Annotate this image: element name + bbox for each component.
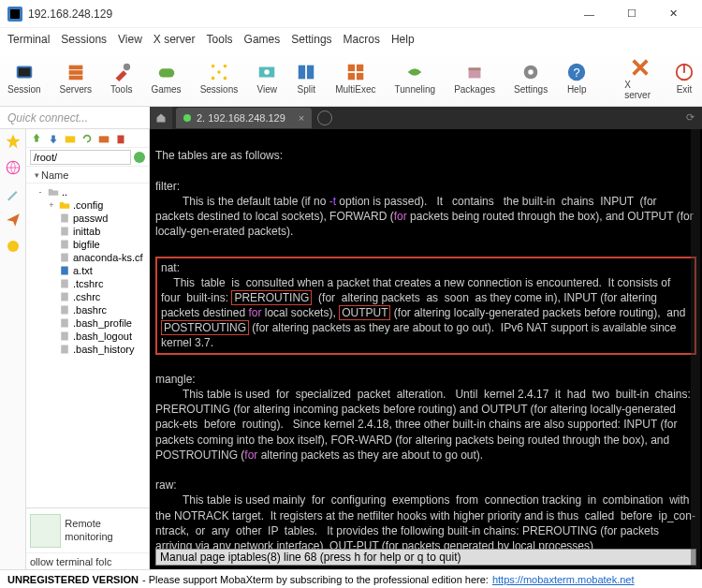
- tree-expand-icon[interactable]: +: [47, 200, 56, 210]
- svg-rect-40: [61, 280, 68, 288]
- sftp-name-header[interactable]: ▾ Name: [26, 167, 149, 184]
- quickconnect-input[interactable]: Quick connect...: [0, 111, 150, 125]
- sftp-tree-item[interactable]: a.txt: [28, 264, 147, 277]
- menu-xserver[interactable]: X server: [154, 33, 196, 46]
- tab-home[interactable]: [150, 107, 172, 129]
- circle-icon[interactable]: [5, 238, 22, 255]
- toolbar-sessions[interactable]: Sessions: [200, 62, 239, 95]
- follow-terminal-folder[interactable]: ollow terminal folc: [26, 552, 149, 569]
- sftp-tree-item[interactable]: .cshrc: [28, 290, 147, 303]
- menu-settings[interactable]: Settings: [291, 33, 331, 46]
- svg-rect-6: [68, 76, 82, 81]
- svg-rect-5: [68, 70, 82, 75]
- toolbar-tools[interactable]: Tools: [110, 62, 132, 95]
- folder-icon: [59, 199, 70, 211]
- menubar: Terminal Sessions View X server Tools Ga…: [0, 28, 702, 51]
- sftp-tree-item[interactable]: anaconda-ks.cf: [28, 251, 147, 264]
- term-line: (for altering locally-generated packets …: [390, 306, 688, 319]
- svg-rect-33: [99, 136, 110, 142]
- statusbar: UNREGISTERED VERSION - Please support Mo…: [0, 569, 702, 588]
- tab-refresh-icon[interactable]: ⟳: [686, 111, 695, 124]
- term-line: local sockets),: [261, 306, 339, 319]
- toolbar-servers[interactable]: Servers: [60, 62, 92, 95]
- sftp-tree-item[interactable]: .bashrc: [28, 303, 147, 316]
- sftp-tree-item[interactable]: bigfile: [28, 238, 147, 251]
- remote-monitoring[interactable]: Remote monitoring: [26, 507, 149, 552]
- svg-rect-43: [61, 319, 68, 328]
- sftp-tree-item[interactable]: .tcshrc: [28, 277, 147, 290]
- download-icon[interactable]: [47, 132, 60, 145]
- terminal-tab-active[interactable]: 2. 192.168.248.129 ×: [176, 108, 312, 128]
- file-icon: [59, 331, 70, 342]
- sftp-tree-item[interactable]: .bash_logout: [28, 330, 147, 343]
- newfolder-icon[interactable]: [97, 132, 110, 145]
- wand-icon[interactable]: [5, 185, 22, 202]
- terminal-scrollbar[interactable]: [691, 129, 700, 569]
- menu-view[interactable]: View: [118, 33, 142, 46]
- globe-icon[interactable]: [5, 159, 22, 176]
- tree-collapse-icon[interactable]: ▾: [32, 170, 41, 180]
- svg-rect-3: [18, 67, 30, 76]
- tab-label: 2. 192.168.248.129: [197, 112, 285, 124]
- toolbar-multiexec[interactable]: MultiExec: [335, 62, 375, 95]
- toolbar-view[interactable]: View: [256, 62, 277, 95]
- sftp-tree[interactable]: -..+.configpasswdinittabbigfileanaconda-…: [26, 184, 149, 507]
- minimize-button[interactable]: —: [568, 1, 610, 27]
- sftp-tree-item[interactable]: passwd: [28, 212, 147, 225]
- menu-terminal[interactable]: Terminal: [7, 33, 50, 46]
- maximize-button[interactable]: ☐: [610, 1, 652, 27]
- folder-icon[interactable]: [64, 132, 77, 145]
- svg-rect-39: [61, 267, 68, 275]
- refresh-icon[interactable]: [80, 132, 94, 145]
- menu-games[interactable]: Games: [244, 33, 281, 46]
- toolbar-settings[interactable]: Settings: [514, 62, 548, 95]
- delete-icon[interactable]: [114, 132, 127, 145]
- toolbar-packages[interactable]: Packages: [454, 62, 495, 95]
- term-option: -t: [329, 195, 336, 208]
- send-icon[interactable]: [5, 212, 22, 228]
- xserver-icon: [630, 57, 651, 78]
- menu-sessions[interactable]: Sessions: [61, 33, 107, 46]
- menu-macros[interactable]: Macros: [344, 33, 380, 46]
- tree-expand-icon[interactable]: -: [36, 187, 45, 197]
- menu-tools[interactable]: Tools: [207, 33, 233, 46]
- svg-rect-37: [61, 241, 68, 249]
- file-icon: [59, 252, 70, 263]
- toolbar-help[interactable]: ?Help: [566, 62, 587, 95]
- tab-close-icon[interactable]: ×: [299, 112, 304, 124]
- tree-item-label: inittab: [73, 226, 100, 237]
- svg-point-10: [212, 65, 215, 68]
- svg-point-15: [264, 69, 270, 75]
- menu-help[interactable]: Help: [391, 33, 415, 46]
- sftp-tree-item[interactable]: -..: [28, 185, 147, 198]
- upload-icon[interactable]: [30, 132, 43, 145]
- svg-rect-35: [61, 214, 68, 223]
- nat-highlight-box: nat: This table is consulted when a pack…: [155, 257, 696, 355]
- view-icon: [256, 62, 277, 82]
- toolbar-split[interactable]: Split: [296, 62, 316, 95]
- toolbar-tunneling[interactable]: Tunneling: [395, 62, 436, 95]
- close-button[interactable]: ✕: [652, 1, 695, 27]
- file-icon: [59, 344, 70, 355]
- toolbar-session[interactable]: Session: [7, 62, 41, 95]
- sftp-tree-item[interactable]: +.config: [28, 198, 147, 212]
- new-tab-button[interactable]: [317, 110, 332, 125]
- sftp-path-input[interactable]: /root/: [30, 150, 131, 165]
- toolbar-games[interactable]: Games: [151, 62, 181, 95]
- svg-point-11: [223, 65, 227, 68]
- svg-rect-44: [61, 332, 68, 341]
- games-icon: [156, 62, 177, 82]
- toolbar-exit[interactable]: Exit: [674, 62, 695, 95]
- sftp-tree-item[interactable]: .bash_history: [28, 343, 147, 356]
- svg-rect-29: [683, 65, 685, 73]
- star-icon[interactable]: [5, 133, 22, 150]
- tree-item-label: anaconda-ks.cf: [73, 252, 143, 263]
- terminal[interactable]: The tables are as follows: filter: This …: [150, 129, 702, 569]
- monitor-chart-icon: [30, 514, 61, 548]
- sftp-tree-item[interactable]: inittab: [28, 225, 147, 238]
- exit-icon: [674, 62, 695, 82]
- status-link[interactable]: https://mobaxterm.mobatek.net: [492, 574, 635, 585]
- sftp-tree-item[interactable]: .bash_profile: [28, 316, 147, 330]
- term-line: raw:: [155, 478, 177, 492]
- toolbar-xserver[interactable]: X server: [624, 57, 655, 100]
